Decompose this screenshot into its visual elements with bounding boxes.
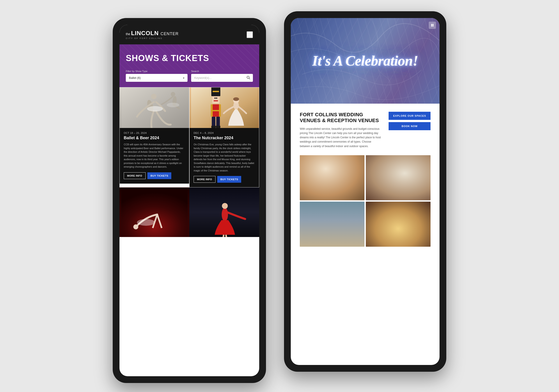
wedding-content-section: FORT COLLINS WEDDING VENUES & RECEPTION … [291, 104, 439, 255]
svg-rect-90 [411, 224, 412, 234]
svg-point-29 [233, 97, 239, 101]
logo-the: the [126, 32, 130, 36]
nutcracker-title: The Nutcracker 2024 [194, 136, 255, 140]
svg-point-49 [335, 176, 338, 180]
svg-line-4 [249, 78, 250, 79]
svg-point-39 [316, 163, 317, 164]
logo-city: CITY OF FORT COLLINS [126, 37, 178, 39]
photo-grid [300, 155, 430, 247]
svg-point-40 [324, 167, 325, 168]
svg-rect-54 [341, 168, 343, 181]
lincoln-center-logo: the LINCOLN center CITY OF FORT COLLINS [126, 30, 178, 39]
svg-point-7 [151, 94, 157, 99]
search-input[interactable] [191, 74, 253, 82]
bottom-red-ballet-image [120, 187, 189, 237]
svg-rect-64 [412, 169, 418, 181]
svg-rect-73 [326, 236, 339, 245]
svg-point-85 [385, 212, 386, 213]
svg-rect-37 [433, 24, 433, 27]
svg-rect-59 [393, 182, 395, 187]
svg-point-83 [386, 217, 387, 218]
svg-rect-68 [317, 220, 348, 222]
svg-rect-19 [213, 91, 219, 92]
nutcracker-more-info-button[interactable]: MORE INFO [194, 176, 215, 183]
ballet-date: OCT 18 – 20, 2024 [124, 132, 185, 134]
ballet-card-body: OCT 18 – 20, 2024 Ballet & Beer 2024 CCB… [120, 128, 189, 184]
svg-rect-24 [216, 117, 220, 127]
explore-spaces-button[interactable]: EXPLORE OUR SPACES [389, 112, 430, 120]
book-now-button[interactable]: BOOK NOW [389, 122, 430, 130]
champagne-photo [366, 202, 430, 247]
svg-rect-72 [342, 224, 348, 229]
svg-rect-70 [325, 224, 331, 229]
svg-point-88 [400, 216, 400, 217]
svg-point-92 [411, 217, 412, 218]
search-label: Search [191, 70, 253, 73]
svg-point-44 [352, 161, 353, 162]
logo-name: LINCOLN center [131, 30, 178, 37]
svg-point-32 [137, 219, 155, 226]
tablet-left-screen: the LINCOLN center CITY OF FORT COLLINS … [120, 25, 259, 376]
bottom-dark-ballet-image [189, 187, 259, 237]
svg-rect-53 [342, 181, 345, 196]
nutcracker-buy-tickets-button[interactable]: BUY TICKETS [217, 176, 242, 183]
svg-rect-1 [247, 34, 252, 35]
svg-rect-16 [211, 110, 221, 111]
svg-point-91 [409, 233, 414, 234]
nutcracker-description: On Christmas Eve, young Clara falls asle… [194, 143, 255, 172]
svg-rect-22 [214, 100, 218, 101]
svg-rect-20 [214, 98, 216, 99]
svg-rect-62 [384, 182, 386, 187]
ballet-title: Ballet & Beer 2024 [124, 136, 185, 140]
show-cards-grid: OCT 18 – 20, 2024 Ballet & Beer 2024 CCB… [120, 87, 259, 187]
show-type-filter: Filter by Show Type Ballet (6) [126, 70, 187, 82]
svg-rect-58 [378, 169, 384, 181]
svg-rect-56 [366, 157, 430, 199]
wedding-text-block: FORT COLLINS WEDDING VENUES & RECEPTION … [300, 112, 382, 148]
svg-point-35 [222, 203, 228, 209]
svg-point-77 [340, 214, 343, 217]
svg-rect-80 [366, 203, 430, 245]
nutcracker-card-body: DEC 4 – 8, 2024 The Nutcracker 2024 On C… [190, 128, 259, 187]
search-icon [247, 76, 250, 80]
svg-point-57 [378, 162, 384, 168]
svg-rect-61 [395, 169, 401, 181]
svg-point-87 [397, 234, 402, 235]
svg-point-46 [333, 173, 340, 180]
svg-point-45 [321, 159, 328, 167]
bride-photo [300, 155, 364, 200]
search-filter: Search [191, 70, 253, 82]
ballet-image [120, 87, 189, 128]
celebration-heading: It's A Celebration! [312, 53, 418, 69]
svg-point-42 [331, 162, 332, 163]
svg-point-60 [395, 162, 401, 168]
nutcracker-date: DEC 4 – 8, 2024 [194, 132, 255, 134]
scene: the LINCOLN center CITY OF FORT COLLINS … [0, 0, 559, 392]
svg-rect-51 [338, 168, 345, 181]
svg-rect-2 [247, 36, 252, 36]
svg-rect-81 [386, 224, 387, 235]
svg-point-47 [333, 173, 336, 177]
hamburger-button[interactable] [247, 31, 253, 38]
celebration-text-container: It's A Celebration! [291, 18, 439, 104]
svg-point-78 [326, 232, 330, 236]
svg-rect-52 [339, 181, 341, 196]
ballet-buy-tickets-button[interactable]: BUY TICKETS [147, 172, 172, 179]
filter-section: Filter by Show Type Ballet (6) Search [120, 70, 259, 87]
show-card-ballet: OCT 18 – 20, 2024 Ballet & Beer 2024 CCB… [120, 87, 189, 187]
nutcracker-buttons: MORE INFO BUY TICKETS [194, 176, 255, 183]
svg-rect-86 [399, 224, 400, 235]
show-type-select[interactable]: Ballet (6) [126, 74, 187, 82]
svg-point-11 [167, 103, 179, 107]
svg-point-89 [398, 213, 399, 214]
svg-rect-23 [212, 117, 215, 127]
svg-rect-67 [312, 220, 352, 245]
svg-rect-71 [333, 224, 339, 229]
pause-button[interactable] [429, 22, 436, 29]
svg-rect-30 [121, 187, 188, 237]
ballet-buttons: MORE INFO BUY TICKETS [124, 172, 185, 179]
wedding-description: With unparalleled service, beautiful gro… [300, 127, 382, 148]
tablet-left: the LINCOLN center CITY OF FORT COLLINS … [113, 18, 266, 383]
svg-point-63 [412, 162, 418, 168]
ballet-more-info-button[interactable]: MORE INFO [124, 172, 146, 179]
